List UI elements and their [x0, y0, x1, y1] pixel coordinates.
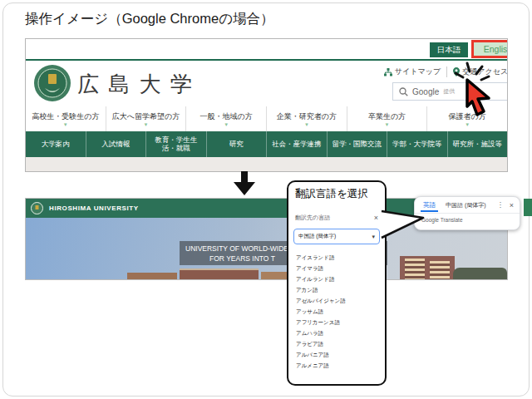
callout-title: 翻訳言語を選択 [288, 182, 385, 201]
header-divider [26, 59, 507, 61]
more-options-icon[interactable]: ⋮ [497, 201, 504, 209]
nav-item-education[interactable]: 教育・学生生活・就職 [145, 131, 206, 157]
university-logo-small-icon [31, 202, 43, 214]
translate-tab-target[interactable]: 中国語 (簡体字) [446, 201, 486, 209]
audience-tab-highschool[interactable]: 高校生・受験生の方▼ [26, 106, 106, 131]
nav-item-institutes[interactable]: 研究所・施設等 [447, 131, 508, 157]
nav-item-society[interactable]: 社会・産学連携 [266, 131, 327, 157]
japanese-site-screenshot: 日本語 English 広 島 大 学 サイトマップ 交通アクセス ? お問い合… [25, 38, 508, 172]
chevron-down-icon: ▾ [372, 234, 375, 240]
caret-down-icon: ▼ [224, 123, 229, 127]
audience-tab-row: 高校生・受験生の方▼ 広大へ留学希望の方▼ 一般・地域の方▼ 企業・研究者の方▼… [26, 106, 507, 131]
page-edge-fragment [524, 199, 532, 216]
campus-building [180, 268, 259, 279]
audience-tab-alumni[interactable]: 卒業生の方▼ [347, 106, 427, 131]
language-list: アイスランド語 アイマラ語 アイルランド語 アカン語 アゼルバイジャン語 アッサ… [288, 252, 385, 371]
search-icon [399, 87, 408, 96]
global-nav: 大学案内 入試情報 教育・学生生活・就職 研究 社会・産学連携 留学・国際交流 … [26, 131, 507, 157]
english-site-title: HIROSHIMA UNIVERSITY [49, 204, 139, 212]
english-lang-button[interactable]: English [471, 40, 508, 58]
language-option[interactable]: アゼルバイジャン語 [288, 295, 385, 306]
audience-tab-business[interactable]: 企業・研究者の方▼ [266, 106, 347, 131]
japanese-lang-button[interactable]: 日本語 [430, 42, 468, 57]
language-select-callout: 翻訳言語を選択 翻訳先の言語 × 中国語 (簡体字) ▾ アイスランド語 アイマ… [287, 180, 387, 386]
dropdown-value: 中国語 (簡体字) [298, 233, 336, 240]
translate-tab-row: 英語 中国語 (簡体字) ⋮ × [415, 197, 520, 214]
caret-down-icon: ▼ [304, 123, 309, 127]
breadcrumb-strip [26, 157, 507, 171]
language-option[interactable]: アラビア語 [288, 338, 385, 349]
language-option[interactable]: アルバニア語 [288, 349, 385, 360]
language-option[interactable]: アッサム語 [288, 306, 385, 317]
audience-tab-international[interactable]: 広大へ留学希望の方▼ [106, 106, 186, 131]
click-cursor-icon [449, 60, 499, 120]
nav-item-about[interactable]: 大学案内 [26, 131, 86, 157]
university-logo-icon [32, 63, 72, 103]
language-option[interactable]: アムハラ語 [288, 328, 385, 338]
campus-building [127, 273, 177, 279]
instruction-page: 操作イメージ（Google Chromeの場合） 日本語 English 広 島… [0, 0, 532, 399]
language-option[interactable]: アイルランド語 [288, 273, 385, 284]
chrome-translate-bubble: 英語 中国語 (簡体字) ⋮ × Google Translate [414, 196, 520, 230]
audience-tab-public[interactable]: 一般・地域の方▼ [185, 106, 266, 131]
nav-item-admissions[interactable]: 入試情報 [86, 131, 146, 157]
down-arrow-icon [234, 171, 255, 196]
campus-building-tall [400, 256, 455, 279]
translate-caption: Google Translate [415, 214, 520, 226]
language-option[interactable]: アルメニア語 [288, 360, 385, 371]
sitemap-link[interactable]: サイトマップ [378, 66, 446, 77]
target-language-label: 翻訳先の言語 [295, 214, 330, 222]
search-brand-label: Google [412, 87, 439, 96]
close-icon[interactable]: × [374, 214, 378, 222]
nav-item-schools[interactable]: 学部・大学院等 [387, 131, 447, 157]
caret-down-icon: ▼ [144, 123, 149, 127]
nav-item-international[interactable]: 留学・国際交流 [327, 131, 387, 157]
callout-pointer [379, 206, 426, 241]
language-option[interactable]: アカン語 [288, 284, 385, 295]
close-icon[interactable]: × [510, 201, 514, 209]
page-title: 操作イメージ（Google Chromeの場合） [25, 10, 274, 28]
language-option[interactable]: アイマラ語 [288, 263, 385, 273]
nav-item-research[interactable]: 研究 [206, 131, 267, 157]
caret-down-icon: ▼ [63, 123, 68, 127]
treeline [453, 268, 507, 279]
target-language-dropdown[interactable]: 中国語 (簡体字) ▾ [293, 229, 380, 244]
language-option[interactable]: アフリカーンス語 [288, 317, 385, 328]
sitemap-label: サイトマップ [395, 66, 441, 77]
sitemap-icon [384, 68, 392, 76]
university-logo-text: 広 島 大 学 [77, 70, 194, 99]
language-option[interactable]: アイスランド語 [288, 252, 385, 263]
caret-down-icon: ▼ [385, 123, 390, 127]
caret-down-icon: ▼ [465, 123, 470, 127]
